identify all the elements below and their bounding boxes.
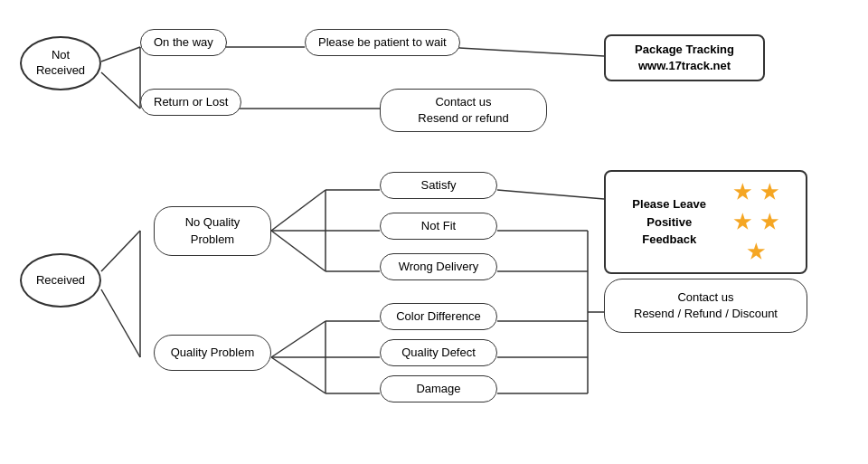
be-patient-node: Please be patient to wait <box>305 29 460 56</box>
svg-line-15 <box>271 357 326 393</box>
damage-node: Damage <box>380 375 497 402</box>
svg-line-1 <box>101 72 140 109</box>
svg-line-0 <box>101 47 140 62</box>
feedback-node: Please Leave Positive Feedback ★ ★ ★ ★ ★ <box>604 170 807 274</box>
svg-line-4 <box>443 47 604 56</box>
stars-display: ★ ★ ★ ★ ★ <box>720 177 793 267</box>
satisfy-node: Satisfy <box>380 172 497 199</box>
svg-line-6 <box>101 231 140 271</box>
svg-line-9 <box>271 190 326 231</box>
not-received-node: Not Received <box>20 36 101 90</box>
svg-line-23 <box>497 190 604 199</box>
on-the-way-node: On the way <box>140 29 227 56</box>
color-difference-node: Color Difference <box>380 303 497 330</box>
received-node: Received <box>20 253 101 308</box>
return-or-lost-node: Return or Lost <box>140 89 241 116</box>
contact-resend-discount-node: Contact us Resend / Refund / Discount <box>604 279 807 333</box>
wrong-delivery-node: Wrong Delivery <box>380 253 497 280</box>
feedback-text: Please Leave Positive Feedback <box>618 195 720 249</box>
diagram: Not Received On the way Return or Lost P… <box>0 0 868 464</box>
quality-problem-node: Quality Problem <box>154 335 271 371</box>
svg-line-7 <box>101 289 140 357</box>
quality-defect-node: Quality Defect <box>380 339 497 366</box>
contact-resend-refund-node: Contact us Resend or refund <box>380 89 547 132</box>
svg-line-11 <box>271 231 326 271</box>
package-tracking-node: Package Tracking www.17track.net <box>604 34 765 81</box>
not-fit-node: Not Fit <box>380 213 497 240</box>
svg-line-13 <box>271 321 326 357</box>
no-quality-problem-node: No Quality Problem <box>154 206 271 256</box>
